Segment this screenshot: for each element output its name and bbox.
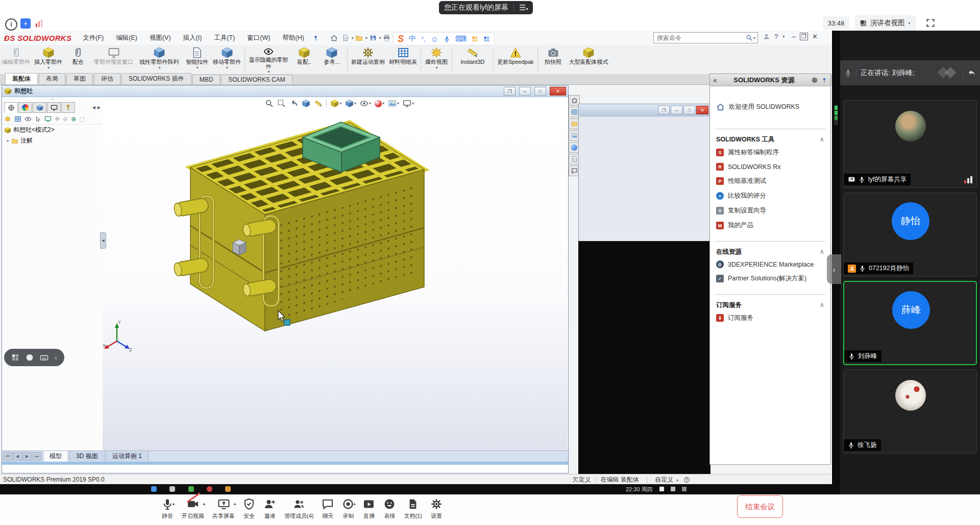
fm-tab-right-arrow-icon[interactable]: ▶ [97, 105, 101, 110]
tray-icon[interactable] [659, 487, 664, 491]
emoji-icon[interactable] [26, 353, 34, 362]
item-compare-my-score[interactable]: ≈比较我的评分 [710, 188, 830, 203]
tab-mbd[interactable]: MBD [192, 75, 220, 84]
tree-root[interactable]: 和想吐<模式2> [2, 125, 103, 135]
ghost-maximize-icon[interactable]: □ [683, 106, 695, 114]
minimize-icon[interactable]: – [792, 32, 796, 40]
help-icon[interactable]: ? [774, 33, 778, 40]
welcome-link[interactable]: 欢迎使用 SOLIDWORKS [710, 100, 830, 114]
background-document-window[interactable]: ❐ – □ ✕ [578, 104, 710, 242]
end-meeting-button[interactable]: 结束会议 [737, 495, 783, 518]
toolbar-take-snapshot[interactable]: 拍快照 [540, 46, 567, 74]
ime-keyboard-icon[interactable]: ⌨ [455, 34, 467, 43]
collapse-pill-icon[interactable]: ‹ [55, 353, 57, 362]
participant-tile-lyf[interactable]: lyf的屏幕共享 [843, 100, 977, 188]
home-icon[interactable] [329, 32, 340, 43]
ime-mic-icon[interactable] [444, 36, 450, 42]
collapse-chevron-icon[interactable]: ∧ [820, 301, 824, 309]
tab-evaluate[interactable]: 评估 [94, 73, 120, 84]
search-input[interactable] [656, 34, 746, 42]
toolbar-exploded-view[interactable]: 爆炸视图▾ [423, 46, 450, 74]
restore-icon[interactable]: ❐ [800, 33, 808, 40]
menu-edit[interactable]: 编辑(E) [110, 31, 143, 45]
tab-prev-icon[interactable]: ◀ [13, 452, 22, 461]
doc-minimize-icon[interactable]: – [519, 87, 531, 96]
chat-button[interactable]: 聊天 [322, 494, 334, 520]
command-search[interactable]: ▾ [653, 32, 758, 43]
item-partner-solutions[interactable]: ✓Partner Solutions(解决方案) [710, 271, 830, 286]
item-solidworks-rx[interactable]: RSOLIDWORKS Rx [710, 160, 830, 174]
toolbar-update-speedpak[interactable]: 更新Speedpak [495, 46, 536, 74]
collapse-chevron-icon[interactable]: ∧ [820, 135, 824, 144]
record-button[interactable]: ▲录制 [342, 494, 354, 520]
settings-button[interactable]: 设置 [430, 494, 443, 520]
quick-tips-icon[interactable] [683, 476, 690, 483]
preview-window-icon[interactable] [44, 115, 52, 123]
tab-displaymanager-icon[interactable] [18, 102, 32, 113]
start-video-button[interactable]: ▲开启视频 [182, 494, 204, 520]
document-titlebar[interactable]: 和想吐 ❐ – □ ✕ [2, 86, 568, 97]
participant-tile-xufeiyang[interactable]: 徐飞扬 [843, 369, 977, 454]
ime-mode-chinese[interactable]: 中 [409, 34, 416, 43]
tab-last-icon[interactable]: ⏭ [32, 452, 41, 461]
tab-layout[interactable]: 布局 [39, 73, 65, 84]
menu-insert[interactable]: 插入(I) [177, 31, 208, 45]
graphics-area[interactable]: ▾ ▾ ▾ ▾ ▾ ▾ [103, 97, 568, 450]
tab-motion-study[interactable]: 运动算例 1 [106, 450, 149, 462]
item-property-tab-builder[interactable]: S属性标签编制程序 [710, 145, 830, 160]
tab-dimxpertmanager-icon[interactable] [61, 102, 75, 113]
toolbar-linear-pattern[interactable]: 线性零部件阵列▾ [135, 46, 183, 74]
toolbar-insert-component[interactable]: 插入零部件▾ [32, 46, 64, 74]
tab-3d-views[interactable]: 3D 视图 [69, 450, 105, 462]
item-performance-benchmark[interactable]: P性能基准测试 [710, 174, 830, 188]
doc-restore-icon[interactable]: ❐ [504, 87, 516, 96]
menu-view[interactable]: 视图(V) [143, 31, 177, 45]
expand-arrow-icon[interactable]: ▸ [7, 138, 9, 143]
ghost-minimize-icon[interactable]: – [671, 106, 682, 114]
taskbar-app-icons[interactable] [151, 486, 242, 493]
tab-assembly[interactable]: 装配体 [5, 73, 38, 84]
tab-addins[interactable]: SOLIDWORKS 插件 [121, 73, 191, 84]
toolbar-instant3d[interactable]: Instant3D [454, 46, 492, 74]
section-online-resources[interactable]: 在线资源∧ [710, 245, 830, 257]
tray-icon[interactable] [682, 487, 687, 491]
panel-scrollbar[interactable] [834, 105, 838, 125]
item-3dexperience-marketplace[interactable]: ◍3DEXPERIENCE Marketplace [710, 257, 830, 271]
save-icon[interactable] [368, 32, 379, 43]
keyboard-icon[interactable] [40, 353, 48, 362]
layout-grid-icon[interactable] [11, 353, 19, 362]
participant-tile-liuxuefeng[interactable]: 薛峰 刘薛峰 [843, 281, 977, 365]
ghost-restore-icon[interactable]: ❐ [658, 106, 670, 114]
ime-emoji-icon[interactable]: ☺ [431, 35, 438, 43]
back-arrow-icon[interactable] [967, 68, 976, 77]
tab-first-icon[interactable]: ⏮ [3, 452, 12, 461]
tab-model[interactable]: 模型 [43, 450, 68, 462]
view-mode-button[interactable]: 演讲者视图 ▾ [854, 15, 916, 31]
toolbar-reference-geometry[interactable]: 参考... [318, 46, 346, 74]
toolbar-smart-fasteners[interactable]: 智能扣件▾ [183, 46, 211, 74]
tree-annotations[interactable]: ▸ 注解 [2, 135, 103, 146]
toolbar-move-component[interactable]: 移动零部件▾ [211, 46, 243, 74]
menu-file[interactable]: 文件(F) [77, 31, 110, 45]
menu-help[interactable]: 帮助(H) [276, 31, 310, 45]
glasses-icon[interactable] [24, 115, 32, 123]
status-custom[interactable]: 自定义 [655, 475, 673, 484]
fullscreen-icon[interactable] [924, 16, 937, 30]
sogou-logo-icon[interactable]: S [398, 34, 404, 44]
section-sw-tools[interactable]: SOLIDWORKS 工具∧ [710, 132, 830, 145]
flyout-icon[interactable] [14, 115, 21, 123]
doc-maximize-icon[interactable]: □ [534, 87, 546, 96]
item-subscription-service[interactable]: ⬇订阅服务 [710, 311, 830, 325]
tab-sketch[interactable]: 草图 [66, 73, 93, 84]
sidebar-collapse-handle[interactable]: › [827, 254, 841, 284]
collapse-chevron-icon[interactable]: ∧ [820, 248, 824, 256]
taskpane-options-gear-icon[interactable] [811, 77, 818, 84]
tab-cam[interactable]: SOLIDWORKS CAM [221, 75, 292, 84]
filter-icon[interactable] [4, 115, 11, 123]
menu-tools[interactable]: 工具(T) [208, 31, 241, 45]
section-subscription[interactable]: 订阅服务∧ [710, 298, 830, 311]
3d-model-mold-assembly[interactable]: Y X Z [103, 97, 568, 450]
collapse-panel-icon[interactable]: « [713, 76, 717, 84]
share-screen-button[interactable]: ▲共享屏幕 [212, 494, 235, 520]
select-arrow-icon[interactable] [35, 116, 41, 123]
